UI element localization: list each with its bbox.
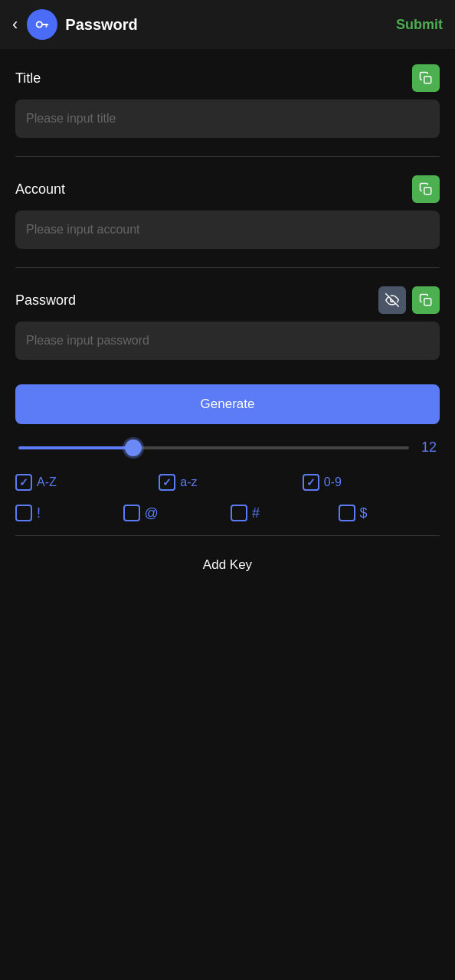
title-copy-button[interactable] — [412, 64, 440, 92]
checkbox-num[interactable] — [303, 474, 319, 491]
slider-value: 12 — [418, 439, 437, 456]
checkbox-num-group: 0-9 — [303, 474, 440, 491]
checkbox-at-group: @ — [123, 505, 225, 521]
checkbox-at-label: @ — [145, 505, 159, 521]
account-copy-button[interactable] — [412, 175, 440, 203]
checkbox-dollar-label: $ — [360, 505, 368, 521]
title-field-header: Title — [15, 64, 440, 92]
checkbox-azlower-group: a-z — [159, 474, 296, 491]
add-key-row: Add Key — [15, 535, 440, 582]
password-copy-button[interactable] — [412, 286, 440, 314]
account-label: Account — [15, 181, 65, 198]
password-input[interactable] — [15, 322, 440, 360]
checkbox-excl-group: ! — [15, 505, 117, 521]
checkbox-hash-group: # — [231, 505, 332, 521]
svg-rect-2 — [424, 188, 431, 194]
checkbox-num-label: 0-9 — [324, 475, 342, 489]
account-input[interactable] — [15, 211, 440, 249]
checkbox-excl-label: ! — [37, 505, 41, 521]
checkbox-at[interactable] — [123, 505, 140, 521]
divider-1 — [15, 156, 440, 157]
copy-icon — [419, 71, 433, 85]
checkbox-azlower-label: a-z — [180, 475, 197, 489]
password-field-group: Password — [15, 286, 440, 360]
checkbox-az-label: A-Z — [37, 475, 57, 489]
toggle-visibility-button[interactable] — [378, 286, 406, 314]
svg-rect-4 — [424, 299, 431, 305]
checkbox-az-group: A-Z — [15, 474, 152, 491]
copy-icon-password — [419, 293, 433, 307]
title-field-group: Title — [15, 64, 440, 138]
page-title: Password — [65, 16, 396, 34]
checkbox-dollar[interactable] — [339, 505, 355, 521]
submit-button[interactable]: Submit — [396, 17, 443, 33]
length-slider[interactable] — [18, 446, 409, 449]
copy-icon-account — [419, 182, 433, 196]
header: ‹ Password Submit — [0, 0, 455, 49]
generate-button[interactable]: Generate — [15, 384, 440, 424]
title-input[interactable] — [15, 100, 440, 138]
app-icon — [27, 9, 57, 40]
eye-off-icon — [385, 293, 399, 307]
checkbox-hash[interactable] — [231, 505, 247, 521]
checkbox-row-2: ! @ # $ — [15, 505, 440, 521]
title-label: Title — [15, 70, 41, 87]
password-buttons — [378, 286, 440, 314]
divider-2 — [15, 267, 440, 268]
account-field-group: Account — [15, 175, 440, 249]
password-label: Password — [15, 292, 76, 309]
length-slider-row: 12 — [15, 439, 440, 456]
form-content: Title Account Password — [0, 49, 455, 597]
account-field-header: Account — [15, 175, 440, 203]
key-icon — [34, 16, 51, 33]
password-field-header: Password — [15, 286, 440, 314]
checkbox-row-1: A-Z a-z 0-9 — [15, 474, 440, 491]
svg-rect-1 — [424, 77, 431, 83]
checkbox-excl[interactable] — [15, 505, 32, 521]
checkbox-azlower[interactable] — [159, 474, 175, 491]
add-key-button[interactable]: Add Key — [15, 548, 440, 582]
checkbox-az[interactable] — [15, 474, 32, 491]
back-button[interactable]: ‹ — [12, 15, 18, 34]
checkbox-dollar-group: $ — [339, 505, 440, 521]
checkbox-hash-label: # — [252, 505, 260, 521]
svg-point-0 — [37, 21, 42, 27]
